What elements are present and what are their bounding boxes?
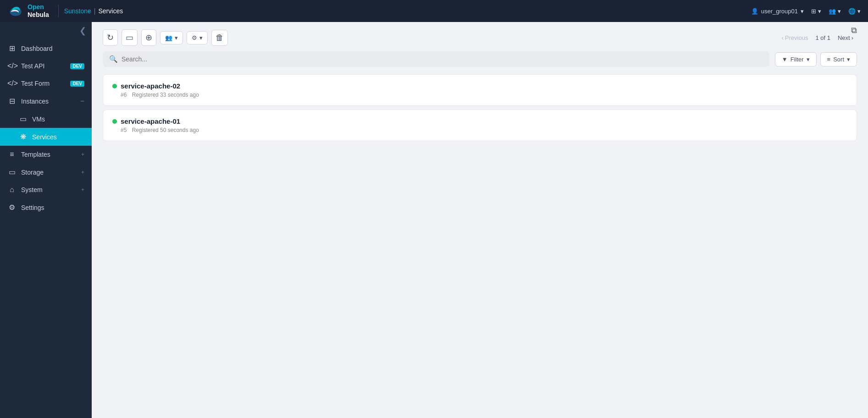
search-icon: 🔍: [109, 55, 118, 63]
breadcrumb-sep: |: [94, 7, 96, 15]
filter-label: Filter: [791, 56, 804, 63]
sidebar-item-templates[interactable]: ≡ Templates +: [0, 146, 92, 163]
test-api-badge: DEV: [70, 63, 84, 69]
previous-chevron-icon: ‹: [781, 34, 783, 41]
test-api-icon: </>: [7, 62, 17, 70]
users-icon: 👥: [829, 8, 836, 15]
refresh-button[interactable]: ↻: [103, 29, 118, 46]
search-input[interactable]: [122, 55, 763, 63]
sidebar: ❮ ⊞ Dashboard </> Test API DEV </> Test …: [0, 22, 92, 418]
logo-line2: Nebula: [28, 11, 49, 19]
service-registered: Registered 50 seconds ago: [132, 127, 199, 133]
user-chevron-icon: ▾: [801, 8, 804, 15]
sort-label: Sort: [833, 56, 844, 63]
external-link-button[interactable]: ⧉: [851, 26, 857, 35]
service-id: #6: [121, 92, 127, 98]
storage-icon: ▭: [7, 168, 17, 176]
refresh-icon: ↻: [107, 33, 114, 42]
globe-chevron-icon: ▾: [857, 8, 861, 15]
toolbar: ↻ ▭ ⊕ 👥 ▾ ⚙ ▾: [103, 29, 857, 46]
topbar: Open Nebula Sunstone | Services 👤 user_g…: [0, 0, 868, 22]
templates-icon: ≡: [7, 150, 17, 159]
sort-button[interactable]: ≡ Sort ▾: [820, 52, 857, 66]
sort-icon: ≡: [827, 56, 831, 63]
service-meta: #6 Registered 33 seconds ago: [112, 92, 847, 98]
templates-expand-icon: +: [81, 151, 84, 158]
filter-sort-group: ▼ Filter ▾ ≡ Sort ▾: [775, 52, 857, 66]
next-label: Next: [838, 34, 850, 41]
status-dot: [112, 84, 117, 88]
users-menu-button[interactable]: 👥 ▾: [829, 8, 841, 15]
users-dropdown-chevron: ▾: [175, 34, 178, 41]
user-icon: 👤: [751, 8, 758, 15]
sidebar-vms-label: VMs: [32, 116, 84, 123]
sidebar-item-system[interactable]: ⌂ System +: [0, 181, 92, 198]
service-meta: #5 Registered 50 seconds ago: [112, 127, 847, 133]
grid-menu-button[interactable]: ⊞ ▾: [811, 8, 821, 15]
system-expand-icon: +: [81, 187, 84, 193]
service-registered: Registered 33 seconds ago: [132, 92, 199, 98]
layout: ❮ ⊞ Dashboard </> Test API DEV </> Test …: [0, 22, 868, 418]
test-form-icon: </>: [7, 79, 17, 88]
sidebar-test-form-label: Test Form: [21, 80, 66, 87]
globe-menu-button[interactable]: 🌐 ▾: [848, 8, 861, 15]
previous-label: Previous: [785, 34, 808, 41]
sidebar-item-vms[interactable]: ▭ VMs: [0, 110, 92, 128]
delete-icon: 🗑: [216, 33, 224, 42]
add-button[interactable]: ⊕: [141, 29, 156, 46]
user-menu[interactable]: 👤 user_group01 ▾: [751, 8, 804, 15]
filter-button[interactable]: ▼ Filter ▾: [775, 52, 817, 66]
main-content: ⧉ ↻ ▭ ⊕ 👥 ▾: [92, 22, 868, 418]
service-name: service-apache-02: [121, 82, 180, 90]
previous-button[interactable]: ‹ Previous: [778, 33, 812, 43]
users-chevron-icon: ▾: [838, 8, 841, 15]
sunstone-link[interactable]: Sunstone: [64, 7, 91, 15]
breadcrumb: Sunstone | Services: [64, 7, 123, 15]
system-icon: ⌂: [7, 186, 17, 194]
sidebar-item-instances[interactable]: ⊟ Instances −: [0, 92, 92, 110]
sidebar-collapse-button[interactable]: ❮: [74, 22, 92, 39]
globe-icon: 🌐: [848, 8, 856, 15]
storage-expand-icon: +: [81, 169, 84, 176]
service-name: service-apache-01: [121, 117, 180, 125]
gear-dropdown-chevron: ▾: [199, 34, 203, 41]
filter-chevron-icon: ▾: [807, 56, 810, 63]
logo[interactable]: Open Nebula: [7, 3, 49, 19]
sidebar-item-dashboard[interactable]: ⊞ Dashboard: [0, 39, 92, 57]
filter-icon: ▼: [782, 56, 788, 63]
vms-icon: ▭: [18, 115, 28, 123]
sidebar-services-label: Services: [32, 133, 84, 141]
sidebar-item-test-form[interactable]: </> Test Form DEV: [0, 75, 92, 92]
dashboard-icon: ⊞: [7, 44, 17, 53]
status-dot: [112, 119, 117, 124]
add-icon: ⊕: [145, 33, 152, 42]
settings-icon: ⚙: [7, 203, 17, 212]
delete-button[interactable]: 🗑: [211, 30, 228, 46]
gear-dropdown-icon: ⚙: [192, 34, 197, 41]
sidebar-item-test-api[interactable]: </> Test API DEV: [0, 57, 92, 75]
instances-collapse-icon: −: [80, 97, 84, 105]
gear-dropdown[interactable]: ⚙ ▾: [187, 31, 208, 44]
sort-chevron-icon: ▾: [847, 56, 850, 63]
sidebar-system-label: System: [21, 186, 77, 193]
sidebar-storage-label: Storage: [21, 169, 77, 176]
users-dropdown[interactable]: 👥 ▾: [160, 31, 183, 44]
card-view-icon: ▭: [126, 33, 133, 42]
card-view-button[interactable]: ▭: [122, 29, 138, 46]
service-id: #5: [121, 127, 127, 133]
test-form-badge: DEV: [70, 81, 84, 87]
topbar-right: 👤 user_group01 ▾ ⊞ ▾ 👥 ▾ 🌐 ▾: [751, 8, 861, 15]
content-wrapper: ⧉ ↻ ▭ ⊕ 👥 ▾: [103, 29, 857, 141]
sidebar-item-storage[interactable]: ▭ Storage +: [0, 163, 92, 181]
sidebar-item-settings[interactable]: ⚙ Settings: [0, 198, 92, 216]
username-label: user_group01: [761, 8, 798, 15]
search-filter-row: 🔍 ▼ Filter ▾ ≡ Sort ▾: [103, 51, 857, 67]
service-card[interactable]: service-apache-01 #5 Registered 50 secon…: [103, 110, 857, 141]
sidebar-item-services[interactable]: ❋ Services: [0, 128, 92, 146]
service-card[interactable]: service-apache-02 #6 Registered 33 secon…: [103, 74, 857, 106]
service-card-header: service-apache-02: [112, 82, 847, 90]
topbar-divider: [58, 5, 59, 17]
sidebar-templates-label: Templates: [21, 151, 77, 158]
instances-icon: ⊟: [7, 97, 17, 105]
external-link-icon: ⧉: [851, 26, 857, 35]
